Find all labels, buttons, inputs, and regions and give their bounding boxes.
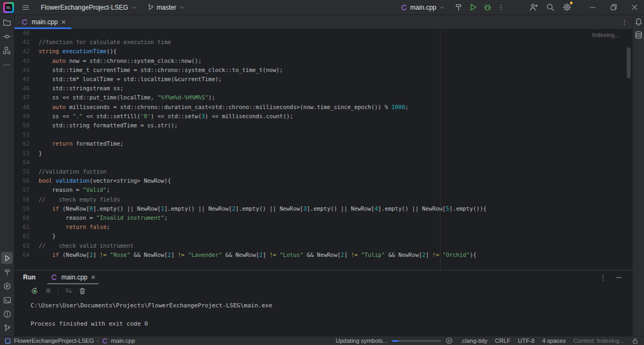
code-line[interactable]: std::time_t currentTime = std::chrono::s… <box>39 66 487 75</box>
git-tool-window-button[interactable] <box>1 322 13 334</box>
line-number[interactable]: 41 <box>14 38 30 47</box>
code-line[interactable]: // check valid instrument <box>39 241 487 250</box>
line-number[interactable]: 60 <box>14 213 30 222</box>
structure-tool-window-button[interactable] <box>1 45 13 56</box>
more-tool-windows-button[interactable]: ⋯ <box>1 59 13 70</box>
line-number[interactable]: 62 <box>14 232 30 241</box>
notifications-bell-button[interactable] <box>634 18 643 26</box>
main-menu-button[interactable] <box>18 1 33 14</box>
code-line[interactable]: std::stringstream ss; <box>39 84 487 93</box>
clang-tidy-widget[interactable]: .clang-tidy <box>460 337 487 344</box>
pause-task-button[interactable] <box>445 337 453 344</box>
line-number[interactable]: 58 <box>14 195 30 204</box>
code-line[interactable]: // check empty fields <box>39 195 487 204</box>
run-tab-main-cpp[interactable]: main.cpp ✕ <box>47 270 99 284</box>
code-line[interactable]: string executionTime(){ <box>39 47 487 56</box>
line-number[interactable]: 63 <box>14 241 30 250</box>
code-line[interactable]: std::string formattedTime = ss.str(); <box>39 121 487 130</box>
code-line[interactable]: auto milliseconds = std::chrono::duratio… <box>39 103 487 112</box>
editor-scrollbar[interactable] <box>627 47 631 78</box>
line-number[interactable]: 59 <box>14 204 30 213</box>
line-ending-widget[interactable]: CRLF <box>495 337 510 344</box>
database-tool-window-button[interactable] <box>634 31 643 39</box>
code-line[interactable]: if (NewRow[0].empty() || NewRow[1].empty… <box>39 204 487 213</box>
line-number[interactable]: 45 <box>14 75 30 84</box>
line-number[interactable]: 44 <box>14 66 30 75</box>
run-button[interactable] <box>469 3 478 12</box>
tab-close-icon[interactable]: ✕ <box>91 275 96 281</box>
code-line[interactable]: ss << "." << std::setfill('0') << std::s… <box>39 112 487 121</box>
services-tool-window-button[interactable] <box>1 280 13 292</box>
code-line[interactable]: bool validation(vector<string> NewRow){ <box>39 176 487 185</box>
code-line[interactable] <box>39 30 487 38</box>
line-number[interactable]: 64 <box>14 250 30 260</box>
tab-close-icon[interactable]: ✕ <box>61 19 66 25</box>
commit-tool-window-button[interactable] <box>1 31 13 42</box>
code-line[interactable]: if (NewRow[2] != "Rose" && NewRow[2] != … <box>39 250 487 260</box>
line-number[interactable]: 48 <box>14 103 30 112</box>
code-line[interactable]: } <box>39 232 487 241</box>
stop-button[interactable] <box>45 287 52 294</box>
hide-tool-window-button[interactable] <box>615 274 623 281</box>
window-close-button[interactable] <box>631 3 639 11</box>
code-line[interactable]: //validation fuction <box>39 167 487 176</box>
terminal-tool-window-button[interactable] <box>1 294 13 306</box>
code-line[interactable]: ss << std::put_time(localTime, "%Y%m%d-%… <box>39 93 487 102</box>
project-selector[interactable]: FlowerExchangeProject-LSEG <box>38 2 141 13</box>
code-line[interactable]: return false; <box>39 222 487 232</box>
line-number[interactable]: 54 <box>14 158 30 167</box>
editor-tab-main-cpp[interactable]: main.cpp ✕ <box>14 15 71 29</box>
run-tool-window-button[interactable] <box>1 252 13 264</box>
code-line[interactable]: reason = "Valid"; <box>39 185 487 195</box>
line-number[interactable]: 51 <box>14 130 30 139</box>
scroll-to-end-button[interactable] <box>64 287 72 295</box>
code-line[interactable] <box>39 130 487 139</box>
line-number[interactable]: 61 <box>14 222 30 232</box>
line-number[interactable]: 50 <box>14 121 30 130</box>
line-number[interactable]: 42 <box>14 47 30 56</box>
code-line[interactable]: auto now = std::chrono::system_clock::no… <box>39 56 487 66</box>
run-panel-options-button[interactable]: ⋮ <box>599 274 606 281</box>
code-line[interactable]: //function for calculate execution time <box>39 38 487 47</box>
run-more-options-button[interactable]: ⋮ <box>497 4 504 11</box>
unlocked-padlock-icon[interactable] <box>632 337 639 344</box>
code-line[interactable]: return formattedTime; <box>39 139 487 148</box>
line-number[interactable]: 57 <box>14 185 30 195</box>
code-line[interactable] <box>39 158 487 167</box>
debug-button[interactable] <box>483 3 492 12</box>
encoding-widget[interactable]: UTF-8 <box>518 337 535 344</box>
run-configuration-selector[interactable]: main.cpp <box>397 2 449 13</box>
settings-button[interactable] <box>562 3 572 12</box>
problems-tool-window-button[interactable] <box>1 308 13 320</box>
line-number[interactable]: 47 <box>14 93 30 102</box>
project-tool-window-button[interactable] <box>1 17 13 28</box>
window-minimize-button[interactable] <box>589 3 597 11</box>
code-line[interactable]: std::tm* localTime = std::localtime(&cur… <box>39 75 487 84</box>
line-number[interactable]: 55 <box>14 167 30 176</box>
code-line[interactable]: } <box>39 149 487 158</box>
line-number[interactable]: 49 <box>14 112 30 121</box>
tab-list-options-button[interactable]: ⋮ <box>621 15 632 29</box>
line-number[interactable]: 52 <box>14 139 30 148</box>
build-tool-window-button[interactable] <box>1 266 13 278</box>
window-restore-button[interactable] <box>610 3 618 11</box>
console-output[interactable]: C:\Users\User\Documents\Projects\FlowerE… <box>14 297 632 336</box>
code-with-me-button[interactable] <box>529 3 538 12</box>
line-number[interactable]: 53 <box>14 149 30 158</box>
search-everywhere-button[interactable] <box>546 3 555 12</box>
breadcrumb-project[interactable]: FlowerExchangeProject-LSEG <box>14 337 94 344</box>
line-number[interactable]: 43 <box>14 56 30 66</box>
code-editor[interactable]: Indexing... 4041424344454647484950515253… <box>14 30 632 270</box>
indent-widget[interactable]: 4 spaces <box>542 337 566 344</box>
vcs-branch-selector[interactable]: master <box>144 2 189 13</box>
clear-console-button[interactable] <box>78 287 86 295</box>
breadcrumb-file[interactable]: main.cpp <box>111 337 135 344</box>
rerun-button[interactable] <box>31 287 39 295</box>
background-task-progress[interactable]: Updating symbols... <box>336 337 453 344</box>
resolve-context-widget[interactable]: Context: Indexing... <box>573 337 624 344</box>
line-number[interactable]: 46 <box>14 84 30 93</box>
line-number[interactable]: 56 <box>14 176 30 185</box>
code-line[interactable]: reason = "Invalid instrument"; <box>39 213 487 222</box>
line-number[interactable]: 40 <box>14 30 30 38</box>
build-button[interactable] <box>454 3 463 12</box>
